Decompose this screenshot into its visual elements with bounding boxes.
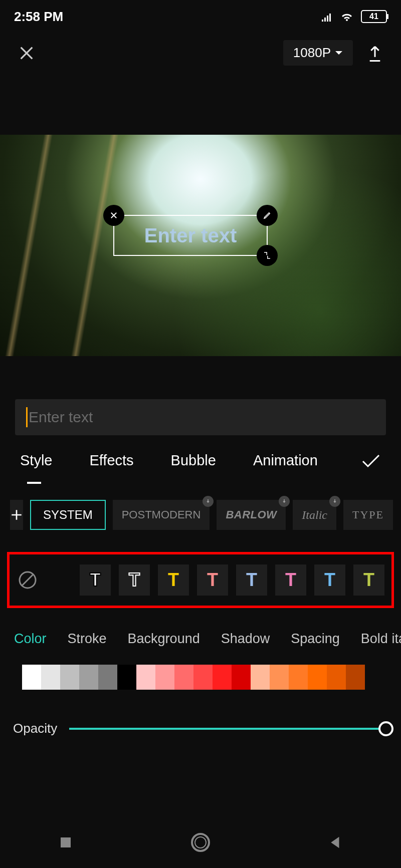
opacity-slider[interactable] xyxy=(69,728,386,730)
resolution-selector[interactable]: 1080P xyxy=(283,40,353,66)
color-swatch-1[interactable] xyxy=(41,665,60,690)
sub-tab-background[interactable]: Background xyxy=(128,631,200,647)
plus-icon xyxy=(10,508,23,521)
color-swatch-10[interactable] xyxy=(213,665,232,690)
style-preset-3[interactable]: T xyxy=(197,564,228,596)
tab-indicator xyxy=(27,482,41,484)
color-swatch-14[interactable] xyxy=(289,665,308,690)
color-swatch-13[interactable] xyxy=(270,665,289,690)
resize-icon xyxy=(263,251,272,260)
color-swatch-16[interactable] xyxy=(327,665,346,690)
add-font-button[interactable] xyxy=(10,500,23,530)
style-preset-1[interactable]: T xyxy=(119,564,150,596)
status-time: 2:58 PM xyxy=(14,9,63,25)
style-preset-2[interactable]: T xyxy=(158,564,189,596)
color-swatch-11[interactable] xyxy=(232,665,251,690)
confirm-icon[interactable] xyxy=(361,453,381,468)
overlay-edit-button[interactable] xyxy=(257,205,278,226)
font-chip-barlow[interactable]: BARLOW xyxy=(217,500,286,530)
tab-style[interactable]: Style xyxy=(20,452,52,469)
video-preview[interactable]: Enter text xyxy=(0,135,401,356)
text-input-placeholder: Enter text xyxy=(29,409,93,426)
close-icon[interactable] xyxy=(18,45,35,62)
preset-none[interactable] xyxy=(17,569,39,591)
text-caret xyxy=(26,407,28,427)
svg-point-4 xyxy=(195,837,206,848)
upload-icon[interactable] xyxy=(367,44,383,62)
color-swatch-12[interactable] xyxy=(251,665,270,690)
style-preset-row: TTTTTTTT xyxy=(10,564,391,596)
sub-tab-bold-italic[interactable]: Bold ital xyxy=(361,631,401,647)
top-controls: 1080P xyxy=(0,28,401,78)
nav-recents-icon[interactable] xyxy=(58,835,73,850)
color-swatch-9[interactable] xyxy=(193,665,213,690)
sub-tab-spacing[interactable]: Spacing xyxy=(291,631,340,647)
opacity-row: Opacity xyxy=(0,690,401,736)
nav-back-icon[interactable] xyxy=(328,835,343,850)
text-input[interactable]: Enter text xyxy=(15,399,386,435)
download-icon xyxy=(329,496,340,507)
text-overlay-bounds[interactable]: Enter text xyxy=(113,215,268,256)
sub-tab-stroke[interactable]: Stroke xyxy=(68,631,107,647)
x-icon xyxy=(109,211,118,220)
style-preset-6[interactable]: T xyxy=(314,564,345,596)
color-swatch-17[interactable] xyxy=(346,665,365,690)
color-swatch-7[interactable] xyxy=(155,665,174,690)
style-preset-0[interactable]: T xyxy=(80,564,111,596)
style-preset-7[interactable]: T xyxy=(353,564,384,596)
color-swatch-3[interactable] xyxy=(79,665,98,690)
tab-bubble[interactable]: Bubble xyxy=(171,452,216,469)
status-bar: 2:58 PM 41 xyxy=(0,0,401,28)
style-sub-tabs: Color Stroke Background Shadow Spacing B… xyxy=(0,608,401,662)
tab-effects[interactable]: Effects xyxy=(89,452,133,469)
pencil-icon xyxy=(263,211,272,220)
font-chip-type[interactable]: TYPE xyxy=(343,500,393,530)
color-swatch-4[interactable] xyxy=(98,665,117,690)
resolution-label: 1080P xyxy=(293,45,331,61)
style-preset-4[interactable]: T xyxy=(236,564,267,596)
download-icon xyxy=(203,496,214,507)
none-icon xyxy=(18,570,38,590)
font-chip-postmodern[interactable]: POSTMODERN xyxy=(113,500,210,530)
sub-tab-color[interactable]: Color xyxy=(14,631,47,647)
color-swatch-0[interactable] xyxy=(22,665,41,690)
svg-line-1 xyxy=(22,574,33,586)
signal-icon xyxy=(321,12,333,22)
color-palette xyxy=(22,665,401,690)
overlay-resize-handle[interactable] xyxy=(257,245,278,266)
nav-home-icon[interactable] xyxy=(190,832,211,853)
svg-rect-2 xyxy=(61,837,71,847)
system-nav-bar xyxy=(0,823,401,868)
opacity-label: Opacity xyxy=(13,721,57,736)
battery-icon: 41 xyxy=(361,10,387,23)
color-swatch-15[interactable] xyxy=(308,665,327,690)
slider-thumb[interactable] xyxy=(378,721,393,736)
color-swatch-8[interactable] xyxy=(174,665,193,690)
wifi-icon xyxy=(340,11,354,22)
tab-animation[interactable]: Animation xyxy=(253,452,318,469)
download-icon xyxy=(279,496,290,507)
color-swatch-5[interactable] xyxy=(117,665,136,690)
main-tabs: Style Effects Bubble Animation xyxy=(0,435,401,478)
overlay-text: Enter text xyxy=(144,224,237,247)
font-row: SYSTEM POSTMODERN BARLOW Italic TYPE xyxy=(0,478,401,543)
status-icons: 41 xyxy=(321,10,387,23)
chevron-down-icon xyxy=(335,51,343,56)
color-swatch-2[interactable] xyxy=(60,665,79,690)
font-chip-italic[interactable]: Italic xyxy=(293,500,336,530)
style-preset-5[interactable]: T xyxy=(275,564,306,596)
sub-tab-shadow[interactable]: Shadow xyxy=(221,631,270,647)
color-swatch-6[interactable] xyxy=(136,665,155,690)
overlay-delete-button[interactable] xyxy=(103,205,124,226)
preset-highlight-annotation: TTTTTTTT xyxy=(7,552,394,608)
font-chip-system[interactable]: SYSTEM xyxy=(30,500,106,530)
